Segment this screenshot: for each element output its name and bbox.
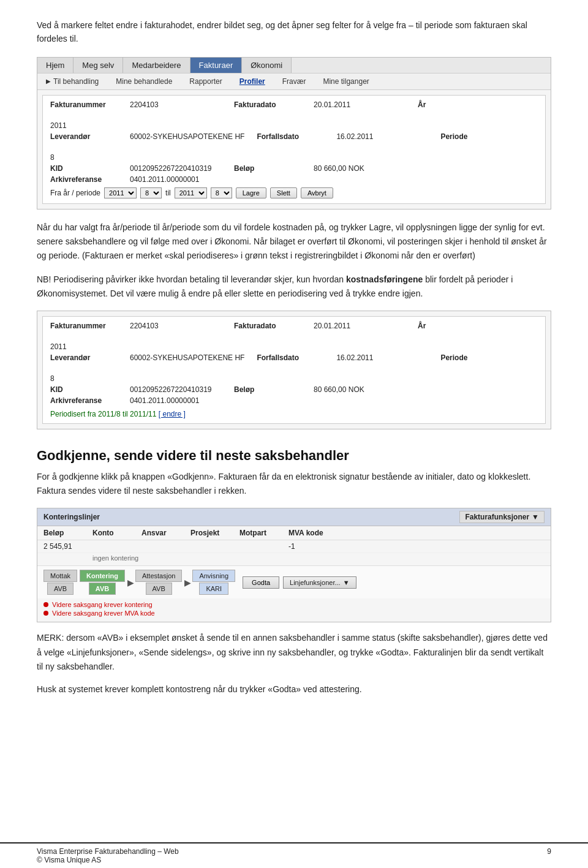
label-arkivreferanse: Arkivreferanse [50, 175, 118, 184]
to-year-select[interactable]: 2011 [175, 187, 207, 198]
linjefunksjoner-button[interactable]: Linjefunksjoner... ▼ [283, 576, 356, 589]
data-ansvar [141, 542, 190, 551]
nb-text: Periodisering påvirker ikke hvordan beta… [51, 274, 346, 284]
inv2-label-belop: Beløp [234, 385, 301, 394]
ingen-kontering-text: ingen kontering [37, 553, 551, 565]
body-text-1: Når du har valgt fra år/periode til år/p… [37, 221, 551, 263]
invoice2-row-3: KID 00120952267220410319 Beløp 80 660,00… [50, 385, 538, 394]
periodisert-text: Periodisert fra 2011/8 til 2011/11 [50, 410, 156, 418]
label-aar: År [418, 100, 485, 109]
warning-item-1: Videre saksgang krever kontering [43, 601, 545, 608]
lagre-button[interactable]: Lagre [236, 187, 266, 198]
screenshot-box-1: Hjem Meg selv Medarbeidere Fakturaer Øko… [37, 57, 551, 209]
endre-link[interactable]: [ endre ] [159, 410, 186, 418]
inv2-value-kid: 00120952267220410319 [130, 385, 222, 394]
sub-nav-fravaer[interactable]: Fravær [274, 75, 315, 88]
period-til-label: til [165, 189, 171, 197]
intro-paragraph: Ved å markere feltet endre i fakturahode… [37, 18, 551, 46]
value-fakturanummer: 2204103 [130, 100, 222, 109]
sub-nav-profiler[interactable]: Profiler [231, 75, 274, 88]
inv2-label-leverandor: Leverandør [50, 353, 118, 362]
inv2-label-aar: År [418, 322, 485, 330]
nav-tab-okonomi[interactable]: Økonomi [242, 58, 292, 73]
workflow-mottak: Mottak AVB [43, 570, 78, 595]
nb-bold: kostnadsføringene [346, 274, 423, 284]
bullet-icon-1 [43, 602, 48, 607]
data-prosjekt [190, 542, 239, 551]
invoice-period-actions: Fra år / periode 2011 8 til 2011 8 Lagre… [50, 187, 538, 198]
kontering-box: Konteringslinjer Fakturafunksjoner ▼ Bel… [37, 508, 551, 622]
value-belop: 80 660,00 NOK [314, 164, 405, 173]
wf-kontering-label: Kontering [80, 570, 125, 582]
fakturafunksjoner-button[interactable]: Fakturafunksjoner ▼ [459, 511, 545, 523]
label-forfallsdato: Forfallsdato [257, 132, 324, 141]
linje-chevron-icon: ▼ [343, 579, 350, 586]
bullet-icon-2 [43, 611, 48, 616]
from-period-select[interactable]: 8 [140, 187, 162, 198]
inv2-value-arkivreferanse: 0401.2011.00000001 [130, 396, 222, 405]
col-motpart: Motpart [239, 529, 288, 537]
nav-tab-medarbeidere[interactable]: Medarbeidere [123, 58, 190, 73]
wf-attestasjon-sub: AVB [146, 583, 172, 595]
data-mva: -1 [288, 542, 337, 551]
invoice2-row-2: Leverandør 60002-SYKEHUSAPOTEKENE HF For… [50, 353, 538, 383]
screenshot-box-2: Fakturanummer 2204103 Fakturadato 20.01.… [37, 311, 551, 429]
sub-nav: Til behandling Mine behandlede Rapporter… [37, 74, 551, 90]
workflow-row: Mottak AVB Kontering AVB ▶ Attestasjon A… [37, 565, 551, 598]
fakturafunksjoner-label: Fakturafunksjoner [465, 513, 529, 521]
warning-text-1: Videre saksgang krever kontering [52, 601, 153, 608]
col-mva: MVA kode [288, 529, 337, 537]
linjefunksjoner-label: Linjefunksjoner... [290, 579, 341, 586]
sub-nav-til-behandling[interactable]: Til behandling [37, 75, 107, 88]
data-motpart [239, 542, 288, 551]
inv2-value-belop: 80 660,00 NOK [314, 385, 405, 394]
page-footer: Visma Enterprise Fakturabehandling – Web… [0, 842, 588, 868]
invoice-row-1: Fakturanummer 2204103 Fakturadato 20.01.… [50, 100, 538, 130]
merk-text: dersom «AVB» i eksemplet ønsket å sende … [37, 633, 548, 671]
warning-list: Videre saksgang krever kontering Videre … [37, 598, 551, 622]
section-heading: Godkjenne, sende videre til neste saksbe… [37, 448, 551, 464]
wf-mottak-label: Mottak [43, 570, 77, 582]
merk-paragraph: MERK: dersom «AVB» i eksemplet ønsket å … [37, 631, 551, 673]
col-konto: Konto [92, 529, 141, 537]
sub-nav-mine-behandlede[interactable]: Mine behandlede [107, 75, 181, 88]
merk-label: MERK: [37, 633, 64, 643]
invoice-row-4: Arkivreferanse 0401.2011.00000001 [50, 175, 538, 184]
data-belop: 2 545,91 [43, 542, 92, 551]
godta-button[interactable]: Godta [243, 576, 279, 589]
chevron-down-icon: ▼ [532, 513, 539, 521]
kontering-column-headers: Beløp Konto Ansvar Prosjekt Motpart MVA … [37, 526, 551, 540]
label-periode: Periode [440, 132, 508, 141]
footer-page-number: 9 [547, 847, 551, 864]
kontering-header: Konteringslinjer Fakturafunksjoner ▼ [37, 508, 551, 526]
wf-anvisning-label: Anvisning [192, 570, 235, 582]
footer-company: Visma Enterprise Fakturabehandling – Web [37, 847, 179, 856]
kontering-data-row: 2 545,91 -1 [37, 540, 551, 553]
invoice2-row-1: Fakturanummer 2204103 Fakturadato 20.01.… [50, 322, 538, 351]
nav-tab-hjem[interactable]: Hjem [37, 58, 74, 73]
nav-tab-fakturaer[interactable]: Fakturaer [190, 58, 243, 73]
kontering-header-label: Konteringslinjer [43, 513, 100, 521]
workflow-attestasjon: Attestasjon AVB [135, 570, 183, 595]
nb-label: NB! [37, 274, 51, 284]
warning-text-2: Videre saksgang krever MVA kode [52, 609, 155, 617]
inv2-label-periode: Periode [440, 353, 508, 362]
slett-button[interactable]: Slett [270, 187, 297, 198]
to-period-select[interactable]: 8 [211, 187, 232, 198]
nav-tab-meg-selv[interactable]: Meg selv [74, 58, 123, 73]
label-fakturadato: Fakturadato [234, 100, 301, 109]
value-arkivreferanse: 0401.2011.00000001 [130, 175, 222, 184]
value-periode: 8 [50, 153, 142, 162]
value-kid: 00120952267220410319 [130, 164, 222, 173]
inv2-label-fakturanummer: Fakturanummer [50, 322, 118, 330]
nav-bar: Hjem Meg selv Medarbeidere Fakturaer Øko… [37, 58, 551, 74]
inv2-value-forfallsdato: 16.02.2011 [336, 353, 428, 362]
sub-nav-rapporter[interactable]: Rapporter [181, 75, 230, 88]
footer-copyright: © Visma Unique AS [37, 856, 179, 864]
from-year-select[interactable]: 2011 [104, 187, 137, 198]
avbryt-button[interactable]: Avbryt [301, 187, 333, 198]
value-fakturadato: 20.01.2011 [314, 100, 405, 109]
warning-item-2: Videre saksgang krever MVA kode [43, 609, 545, 617]
data-konto [92, 542, 141, 551]
sub-nav-mine-tilganger[interactable]: Mine tilganger [314, 75, 377, 88]
